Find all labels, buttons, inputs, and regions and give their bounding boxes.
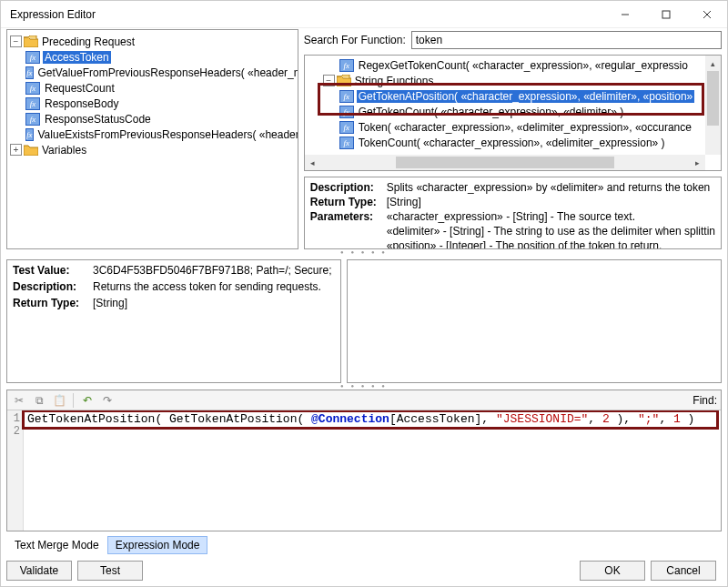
close-button[interactable] [686,1,727,28]
maximize-button[interactable] [645,1,686,28]
tree-item[interactable]: fx Token( «character_expression», «delim… [307,119,721,135]
description-value: Splits «character_expression» by «delimi… [387,181,715,194]
fx-icon: fx [339,137,354,149]
copy-icon[interactable]: ⧉ [31,392,47,409]
code-line[interactable]: GetTokenAtPosition( GetTokenAtPosition( … [24,410,698,531]
variable-tree[interactable]: − Preceding Request fx AccessToken fx Ge… [6,29,298,249]
tree-item[interactable]: fx GetTokenCount( «character_expression»… [307,104,721,119]
tree-label: RequestCount [43,82,116,95]
function-description: Description: Splits «character_expressio… [304,177,722,249]
return-type-label: Return Type: [13,297,93,309]
splitter-grip[interactable]: ● ● ● ● ● [6,249,722,254]
horizontal-scrollbar[interactable]: ◂ ▸ [305,155,705,170]
description-value: Returns the access token for sending req… [93,280,335,293]
fx-icon: fx [339,59,354,72]
line-gutter: 12 [7,410,24,531]
tree-item[interactable]: fx RegexGetTokenCount( «character_expres… [307,57,721,73]
search-row: Search For Function: [304,29,722,51]
return-type-value: [String] [93,297,335,309]
fx-icon: fx [339,90,354,103]
tree-label: RegexGetTokenCount( «character_expressio… [357,59,690,72]
tree-label: GetTokenCount( «character_expression», «… [357,106,625,118]
return-type-label: Return Type: [310,196,387,208]
tree-item[interactable]: fx ValueExistsFromPreviousResponseHeader… [9,127,296,142]
tree-item[interactable]: fx GetValueFromPreviousResponseHeaders( … [9,65,296,80]
folder-icon [24,144,38,157]
parameter-line: «position» - [Integer] - The position of… [387,239,715,249]
redo-icon[interactable]: ↷ [99,392,116,409]
parameter-line: «delimiter» - [String] - The string to u… [387,225,715,238]
fx-icon: fx [25,97,40,110]
tree-node-variables[interactable]: + Variables [9,142,296,157]
cancel-button[interactable]: Cancel [651,561,716,581]
tree-label: String Functions [353,75,436,87]
svg-rect-1 [662,11,670,18]
description-label: Description: [13,280,93,293]
window-controls [604,1,727,28]
function-panel: Search For Function: fx RegexGetTokenCou… [304,29,722,249]
ok-button[interactable]: OK [580,561,645,581]
code-area[interactable]: 12 GetTokenAtPosition( GetTokenAtPositio… [7,410,721,531]
parameters-label: Parameters: [310,210,387,223]
fx-icon: fx [339,121,354,134]
mode-row: Text Merge Mode Expression Mode [6,535,722,555]
content: − Preceding Request fx AccessToken fx Ge… [6,29,722,581]
find-label: Find: [693,394,717,407]
tree-label: Preceding Request [40,35,136,48]
minimize-button[interactable] [604,1,645,28]
tab-expression-mode[interactable]: Expression Mode [107,536,208,554]
tree-label: Token( «character_expression», «delimite… [357,121,693,134]
expand-icon[interactable]: + [10,144,22,156]
tree-item-gettokenatposition[interactable]: fx GetTokenAtPosition( «character_expres… [307,88,721,104]
vertical-scrollbar[interactable]: ▴ [705,56,721,155]
tree-label: ValueExistsFromPreviousResponseHeaders( … [36,128,298,141]
expression-editor: ✂ ⧉ 📋 ↶ ↷ Find: 12 GetTokenAtPosition( G… [6,390,722,531]
window-title: Expression Editor [10,8,96,21]
tree-item[interactable]: fx ResponseStatusCode [9,111,296,127]
tree-label: Variables [40,144,88,157]
folder-icon [337,75,351,87]
paste-icon[interactable]: 📋 [51,392,67,409]
parameter-line: «character_expression» - [String] - The … [387,210,715,223]
title-bar: Expression Editor [1,1,727,28]
scrollbar-thumb[interactable] [707,71,719,126]
return-type-value: [String] [387,196,715,208]
tree-node-string-functions[interactable]: − String Functions [307,73,721,88]
selection-info: Test Value: 3C6D4F53BFD5046F7BF971B8; Pa… [6,259,341,383]
tree-label: AccessToken [43,51,111,64]
test-button[interactable]: Test [77,561,143,581]
mid-row: Test Value: 3C6D4F53BFD5046F7BF971B8; Pa… [6,259,722,383]
tree-item[interactable]: fx RequestCount [9,80,296,96]
tree-label: TokenCount( «character_expression», «del… [357,137,667,149]
function-tree[interactable]: fx RegexGetTokenCount( «character_expres… [304,55,722,171]
splitter-grip[interactable]: ● ● ● ● ● [6,383,722,388]
validate-button[interactable]: Validate [6,561,72,581]
preview-panel [347,259,722,383]
top-row: − Preceding Request fx AccessToken fx Ge… [6,29,722,249]
fx-icon: fx [339,106,354,118]
cut-icon[interactable]: ✂ [11,392,27,409]
scrollbar-thumb[interactable] [396,157,614,168]
separator [73,393,74,408]
test-value: 3C6D4F53BFD5046F7BF971B8; Path=/; Secure… [93,264,335,277]
test-value-label: Test Value: [13,264,93,277]
button-row: Validate Test OK Cancel [6,561,722,581]
collapse-icon[interactable]: − [10,35,22,47]
scroll-right-icon[interactable]: ▸ [690,155,705,170]
editor-toolbar: ✂ ⧉ 📋 ↶ ↷ Find: [7,390,721,410]
collapse-icon[interactable]: − [323,75,335,86]
tree-label: ResponseStatusCode [43,113,153,126]
tree-label: GetValueFromPreviousResponseHeaders( «he… [36,66,298,79]
tree-label: ResponseBody [43,97,120,110]
tree-item[interactable]: fx ResponseBody [9,96,296,111]
tree-item-accesstoken[interactable]: fx AccessToken [9,49,296,65]
tree-node-preceding-request[interactable]: − Preceding Request [9,34,296,49]
tree-item[interactable]: fx TokenCount( «character_expression», «… [307,135,721,150]
undo-icon[interactable]: ↶ [79,392,96,409]
scroll-left-icon[interactable]: ◂ [305,155,320,170]
scroll-up-icon[interactable]: ▴ [705,56,721,71]
tree-label: GetTokenAtPosition( «character_expressio… [357,90,695,103]
search-input[interactable] [411,31,722,49]
tab-text-merge-mode[interactable]: Text Merge Mode [6,536,107,554]
fx-icon: fx [25,51,40,64]
